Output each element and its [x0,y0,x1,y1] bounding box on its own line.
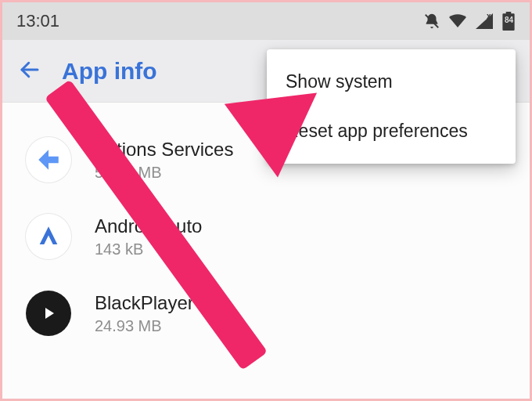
app-row-texts: Android Auto 143 kB [95,215,202,258]
back-button[interactable] [18,58,41,85]
app-name: Actions Services [95,139,233,161]
screen: 13:01 x 84 App info [0,0,532,401]
svg-marker-3 [45,308,54,319]
signal-no-data-icon: x [475,13,494,30]
status-bar: 13:01 x 84 [2,2,530,40]
app-row[interactable]: BlackPlayer 24.93 MB [2,275,530,352]
app-name: Android Auto [95,215,202,237]
app-size: 24.93 MB [95,317,194,335]
app-row[interactable]: Android Auto 143 kB [2,198,530,275]
menu-item-reset-app-preferences[interactable]: Reset app preferences [267,107,516,156]
app-size: 143 kB [95,240,202,258]
wifi-icon [448,13,467,29]
status-icons: x 84 [423,12,516,31]
app-icon-android-auto [26,214,71,259]
app-icon-actions-services [26,137,71,182]
battery-icon: 84 [501,12,516,31]
battery-level: 84 [505,16,513,24]
app-row-texts: BlackPlayer 24.93 MB [95,292,194,335]
page-title: App info [62,58,157,85]
status-time: 13:01 [16,11,59,31]
menu-item-show-system[interactable]: Show system [267,57,516,107]
app-icon-blackplayer [26,291,71,336]
dnd-off-icon [423,13,440,30]
app-name: BlackPlayer [95,292,194,314]
app-size: 54.38 MB [95,164,233,182]
svg-text:x: x [487,13,491,20]
app-row-texts: Actions Services 54.38 MB [95,139,233,182]
overflow-menu: Show system Reset app preferences [267,49,516,164]
